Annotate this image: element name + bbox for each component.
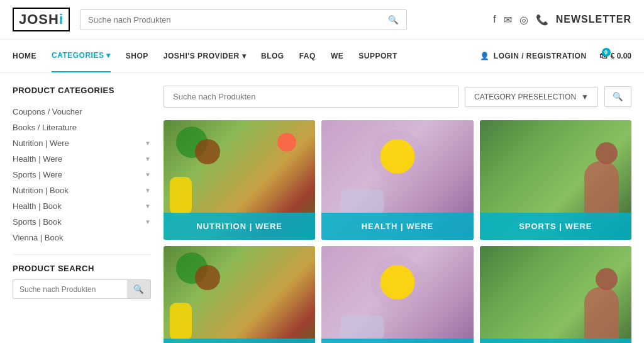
nav-blog[interactable]: BLOG bbox=[261, 40, 284, 72]
cart-badge: 0 bbox=[602, 48, 611, 57]
sidebar-item-nutrition-were[interactable]: Nutrition | Were ▼ bbox=[13, 135, 151, 151]
category-preselect-dropdown[interactable]: CATEGORY PRESELECTION ▼ bbox=[465, 87, 598, 107]
cart-button[interactable]: 🛍 0 € 0.00 bbox=[599, 52, 631, 60]
header-search-input[interactable] bbox=[80, 10, 380, 30]
chevron-down-icon: ▼ bbox=[145, 187, 151, 194]
nav-right: 👤 LOGIN / REGISTRATION 🛍 0 € 0.00 bbox=[480, 52, 631, 60]
content-search-input[interactable] bbox=[164, 86, 458, 108]
main-content: PRODUCT CATEGORIES Coupons / Voucher Boo… bbox=[0, 73, 644, 343]
sidebar-item-books[interactable]: Books / Literature bbox=[13, 120, 151, 135]
chevron-down-icon: ▼ bbox=[145, 203, 151, 210]
nav-provider[interactable]: JOSHI'S PROVIDER ▾ bbox=[164, 40, 246, 72]
sidebar-item-health-book[interactable]: Health | Book ▼ bbox=[13, 198, 151, 214]
nav-bar: HOME CATEGORIES ▾ SHOP JOSHI'S PROVIDER … bbox=[0, 40, 644, 73]
product-label-sports-were: SPORTS | WERE bbox=[480, 213, 631, 240]
nav-categories[interactable]: CATEGORIES ▾ bbox=[52, 40, 111, 72]
nav-faq[interactable]: FAQ bbox=[299, 40, 316, 72]
product-card-nutrition-were[interactable]: NUTRITION | WERE bbox=[164, 120, 315, 240]
product-label-nutrition-were: NUTRITION | WERE bbox=[164, 213, 315, 240]
sidebar-search-button[interactable]: 🔍 bbox=[127, 280, 150, 298]
sidebar-item-nutrition-book[interactable]: Nutrition | Book ▼ bbox=[13, 183, 151, 198]
sidebar-divider bbox=[13, 254, 151, 255]
nav-home[interactable]: HOME bbox=[13, 40, 36, 72]
header-search-button[interactable]: 🔍 bbox=[380, 10, 406, 30]
product-card-sports-were[interactable]: SPORTS | WERE bbox=[480, 120, 631, 240]
chevron-down-icon: ▼ bbox=[145, 218, 151, 225]
sidebar-item-vienna-book[interactable]: Vienna | Book bbox=[13, 230, 151, 245]
sidebar-search: 🔍 bbox=[13, 279, 151, 299]
facebook-icon[interactable]: f bbox=[493, 14, 496, 25]
logo-accent: i bbox=[59, 11, 64, 27]
product-card-health-were[interactable]: HEALTH | WERE bbox=[321, 120, 473, 240]
product-label-health-book: HEALTH | BOOK bbox=[321, 339, 473, 343]
cart-icon-wrap: 🛍 0 bbox=[599, 52, 607, 60]
search-icon: 🔍 bbox=[388, 15, 399, 25]
product-grid: NUTRITION | WERE HEALTH | WERE SPORTS | … bbox=[164, 120, 631, 343]
email-icon[interactable]: ✉ bbox=[504, 14, 512, 26]
content-search-bar: CATEGORY PRESELECTION ▼ 🔍 bbox=[164, 86, 631, 108]
sidebar-item-health-were[interactable]: Health | Were ▼ bbox=[13, 151, 151, 167]
sidebar-item-sports-book[interactable]: Sports | Book ▼ bbox=[13, 214, 151, 230]
sidebar: PRODUCT CATEGORIES Coupons / Voucher Boo… bbox=[13, 86, 151, 343]
user-icon: 👤 bbox=[480, 52, 490, 60]
product-label-nutrition-book: NUTRITION | BOOK bbox=[164, 339, 315, 343]
product-label-sports-book: SPORTS | BOOK bbox=[480, 339, 631, 343]
search-icon: 🔍 bbox=[133, 284, 144, 294]
header-top: JOSHi 🔍 f ✉ ◎ 📞 NEWSLETTER bbox=[0, 0, 644, 40]
chevron-down-icon: ▼ bbox=[581, 93, 589, 101]
sidebar-search-input[interactable] bbox=[13, 280, 127, 298]
login-button[interactable]: 👤 LOGIN / REGISTRATION bbox=[480, 52, 586, 60]
sidebar-item-sports-were[interactable]: Sports | Were ▼ bbox=[13, 167, 151, 183]
content-area: CATEGORY PRESELECTION ▼ 🔍 NUTRITION | WE… bbox=[164, 86, 631, 343]
nav-support[interactable]: SUPPORT bbox=[358, 40, 397, 72]
chevron-down-icon: ▼ bbox=[145, 140, 151, 147]
product-card-nutrition-book[interactable]: NUTRITION | BOOK bbox=[164, 246, 315, 343]
instagram-icon[interactable]: ◎ bbox=[519, 14, 528, 26]
header-search-bar: 🔍 bbox=[80, 9, 407, 30]
newsletter-button[interactable]: NEWSLETTER bbox=[556, 14, 631, 25]
content-search-button[interactable]: 🔍 bbox=[604, 86, 631, 107]
search-icon: 🔍 bbox=[613, 92, 623, 101]
product-search-title: PRODUCT SEARCH bbox=[13, 264, 151, 273]
sidebar-item-coupons[interactable]: Coupons / Voucher bbox=[13, 104, 151, 120]
chevron-down-icon: ▼ bbox=[145, 155, 151, 162]
logo[interactable]: JOSHi bbox=[13, 8, 70, 31]
chevron-down-icon: ▼ bbox=[145, 171, 151, 178]
product-card-health-book[interactable]: HEALTH | BOOK bbox=[321, 246, 473, 343]
nav-shop[interactable]: SHOP bbox=[126, 40, 148, 72]
product-categories-title: PRODUCT CATEGORIES bbox=[13, 86, 151, 95]
product-card-sports-book[interactable]: SPORTS | BOOK bbox=[480, 246, 631, 343]
header-social-icons: f ✉ ◎ 📞 NEWSLETTER bbox=[493, 14, 631, 26]
product-label-health-were: HEALTH | WERE bbox=[321, 213, 473, 240]
whatsapp-icon[interactable]: 📞 bbox=[536, 14, 548, 26]
nav-we[interactable]: WE bbox=[331, 40, 343, 72]
